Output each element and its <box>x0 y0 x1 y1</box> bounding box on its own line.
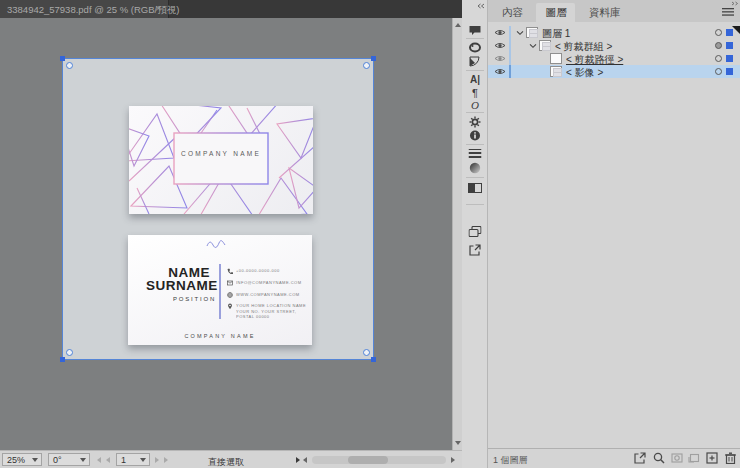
phone-icon <box>227 268 233 274</box>
hscroll-right-icon[interactable] <box>451 457 455 463</box>
phone-text: +00-0000-0000-000 <box>236 268 280 273</box>
website-text: WWW.COMPANYNAME.COM <box>236 292 300 297</box>
address-line2-text: YOUR NO. YOUR STREET, <box>236 309 296 314</box>
target-circle[interactable] <box>715 55 722 62</box>
artboard-navigation-select[interactable]: 1 <box>116 453 150 466</box>
status-bar: 25% 0° 1 直接選取 <box>0 450 462 468</box>
gradient-panel-icon[interactable] <box>469 162 481 174</box>
name-block: NAME SURNAME <box>146 267 210 292</box>
first-artboard-icon[interactable] <box>97 457 101 463</box>
email-text: INFO@COMPANYNAME.COM <box>236 280 302 285</box>
layers-panel: 內容 圖層 資料庫 圖層 1 <box>488 0 740 468</box>
layer-thumbnail[interactable] <box>550 53 562 64</box>
locate-object-icon[interactable] <box>653 452 665 464</box>
selection-handle[interactable] <box>363 349 370 356</box>
tab-properties[interactable]: 內容 <box>493 3 532 22</box>
delete-selection-trash-icon[interactable] <box>725 452 736 464</box>
comments-panel-icon[interactable] <box>469 25 482 36</box>
layer-row-clip-group[interactable]: < 剪裁群組 > <box>488 39 740 52</box>
selection-anchor[interactable] <box>371 56 376 61</box>
selection-anchor[interactable] <box>371 357 376 362</box>
company-name-text: COMPANY NAME <box>161 150 281 157</box>
color-panel-icon[interactable] <box>469 42 482 53</box>
next-artboard-icon[interactable] <box>155 457 159 463</box>
layer-thumbnail[interactable] <box>526 27 538 38</box>
stroke-panel-icon[interactable] <box>469 149 482 158</box>
tab-layers[interactable]: 圖層 <box>536 3 575 22</box>
hscroll-left-icon[interactable] <box>303 457 307 463</box>
current-layer-indicator-icon <box>732 26 740 34</box>
target-circle[interactable] <box>715 29 722 36</box>
collect-for-export-icon[interactable] <box>634 452 646 464</box>
card-divider <box>219 264 221 319</box>
selection-color-chip[interactable] <box>726 55 733 62</box>
target-circle[interactable] <box>715 68 722 75</box>
collapse-dock-chevrons-icon[interactable] <box>477 3 486 9</box>
tab-libraries[interactable]: 資料庫 <box>580 3 630 22</box>
email-icon <box>227 280 233 286</box>
layer-row-layer1[interactable]: 圖層 1 <box>488 26 740 39</box>
layer-count-label: 1 個圖層 <box>493 454 528 467</box>
visibility-eye-icon[interactable] <box>494 28 506 37</box>
expand-dock-chevrons-icon[interactable] <box>731 1 739 6</box>
rotation-select[interactable]: 0° <box>48 453 90 466</box>
make-clipping-mask-icon[interactable] <box>671 452 683 464</box>
location-pin-icon <box>227 303 233 310</box>
illustrator-window: 3384942_57938.pdf @ 25 % (RGB/預視) × <box>0 0 740 468</box>
selection-color-chip[interactable] <box>726 42 733 49</box>
layer-thumbnail[interactable] <box>550 66 562 77</box>
layer-row-clipping-path[interactable]: < 剪裁路徑 > <box>488 52 740 65</box>
new-layer-icon[interactable] <box>706 452 718 464</box>
panel-menu-icon[interactable] <box>722 8 734 16</box>
asset-export-panel-icon[interactable] <box>469 244 481 256</box>
artwork-image[interactable]: COMPANY NAME NAME SURNAME POSITION +00-0… <box>62 58 374 360</box>
artboards-panel-icon[interactable] <box>469 226 482 237</box>
new-sublayer-icon[interactable] <box>688 452 700 464</box>
scroll-down-icon[interactable] <box>455 441 461 445</box>
character-panel-icon[interactable]: A| <box>470 74 480 85</box>
selection-handle[interactable] <box>66 349 73 356</box>
layer-thumbnail[interactable] <box>539 40 551 51</box>
layers-panel-footer: 1 個圖層 <box>488 448 740 468</box>
scroll-up-icon[interactable] <box>455 23 461 27</box>
selection-handle[interactable] <box>66 62 73 69</box>
transparency-panel-icon[interactable] <box>468 183 482 193</box>
website-icon <box>227 292 233 298</box>
document-info-panel-icon[interactable] <box>470 130 481 141</box>
close-icon[interactable]: × <box>155 3 161 15</box>
surname-text: SURNAME <box>146 280 210 293</box>
visibility-eye-icon[interactable] <box>494 54 506 63</box>
chevron-down-icon[interactable] <box>529 43 537 49</box>
selection-anchor[interactable] <box>60 56 65 61</box>
layer-name[interactable]: < 影像 > <box>566 66 603 80</box>
company-name-footer-text: COMPANY NAME <box>169 333 270 339</box>
layer-row-image[interactable]: < 影像 > <box>488 65 740 78</box>
pattern-options-panel-icon[interactable] <box>469 116 481 128</box>
chevron-down-icon[interactable] <box>516 30 524 36</box>
swatches-panel-icon[interactable] <box>469 56 481 67</box>
position-text: POSITION <box>173 296 216 303</box>
vertical-scrollbar[interactable] <box>452 18 462 450</box>
last-artboard-icon[interactable] <box>164 457 168 463</box>
current-tool-label: 直接選取 <box>188 456 264 468</box>
selection-handle[interactable] <box>363 62 370 69</box>
selection-color-chip[interactable] <box>726 68 733 75</box>
column-divider <box>509 65 511 78</box>
selection-anchor[interactable] <box>60 357 65 362</box>
document-title: 3384942_57938.pdf @ 25 % (RGB/預視) <box>7 4 179 17</box>
paragraph-panel-icon[interactable]: ¶ <box>472 87 478 99</box>
horizontal-scrollbar-thumb[interactable] <box>348 456 388 464</box>
visibility-eye-icon[interactable] <box>494 67 506 76</box>
previous-artboard-icon[interactable] <box>106 457 110 463</box>
column-divider <box>509 39 511 52</box>
status-bar-menu-icon[interactable] <box>296 457 300 463</box>
target-circle[interactable] <box>715 42 722 49</box>
horizontal-scrollbar[interactable] <box>312 456 446 464</box>
address-line1-text: YOUR HOME LOCATION NAME <box>236 303 306 308</box>
document-tab[interactable]: 3384942_57938.pdf @ 25 % (RGB/預視) × <box>0 0 169 18</box>
panel-dock: A| ¶ O <box>462 0 488 468</box>
visibility-eye-icon[interactable] <box>494 41 506 50</box>
canvas[interactable]: COMPANY NAME NAME SURNAME POSITION +00-0… <box>0 18 452 450</box>
opentype-panel-icon[interactable]: O <box>471 99 479 111</box>
zoom-level-select[interactable]: 25% <box>2 453 42 466</box>
